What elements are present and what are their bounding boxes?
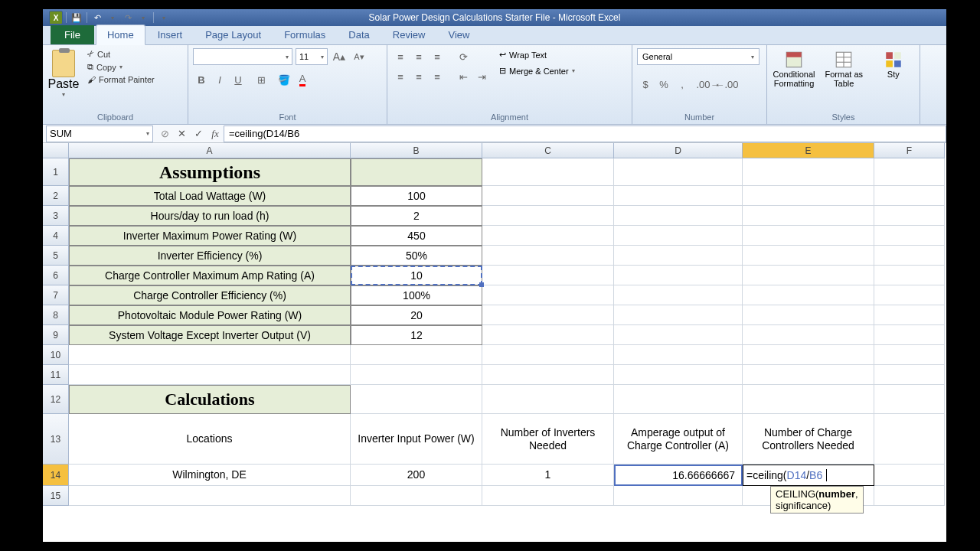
cell-C3[interactable] <box>482 206 614 226</box>
format-painter-button[interactable]: 🖌Format Painter <box>86 74 156 85</box>
align-bottom-icon[interactable]: ≡ <box>429 48 446 65</box>
cell-E8[interactable] <box>743 305 874 325</box>
align-center-icon[interactable]: ≡ <box>410 68 427 85</box>
loc-wilmington[interactable]: Wilmington, DE <box>69 465 351 486</box>
cell-C9[interactable] <box>482 325 614 345</box>
assumption-value-2[interactable]: 100 <box>351 186 482 206</box>
cell-E2[interactable] <box>743 186 874 206</box>
cell-E4[interactable] <box>743 226 874 246</box>
decrease-indent-icon[interactable]: ⇤ <box>455 68 472 85</box>
fill-color-button[interactable]: 🪣 <box>276 71 292 88</box>
grow-font-icon[interactable]: A▴ <box>331 48 348 65</box>
col-header-A[interactable]: A <box>69 143 351 158</box>
cell-A10[interactable] <box>69 345 351 365</box>
cell-B1[interactable] <box>351 158 482 186</box>
redo-dropdown-icon[interactable]: ▾ <box>136 11 150 24</box>
row-header-1[interactable]: 1 <box>43 158 69 186</box>
decrease-decimal-icon[interactable]: ←.00 <box>718 76 735 93</box>
borders-button[interactable]: ⊞ <box>253 71 270 88</box>
cell-F10[interactable] <box>874 345 945 365</box>
assumption-label-8[interactable]: Photovoltaic Module Power Rating (W) <box>69 305 351 325</box>
col-amperage[interactable]: Amperage output of Charge Controller (A) <box>614 414 743 465</box>
assumption-value-3[interactable]: 2 <box>351 206 482 226</box>
tab-page-layout[interactable]: Page Layout <box>194 25 272 44</box>
cell-F12[interactable] <box>874 385 945 414</box>
val-num-inverters[interactable]: 1 <box>482 465 614 486</box>
cell-B11[interactable] <box>351 365 482 385</box>
row-header-7[interactable]: 7 <box>43 285 69 305</box>
name-box[interactable]: SUM▾ <box>46 126 153 142</box>
row-header-6[interactable]: 6 <box>43 266 69 285</box>
cell-F5[interactable] <box>874 246 945 266</box>
underline-button[interactable]: U <box>230 71 247 88</box>
cell-C4[interactable] <box>482 226 614 246</box>
font-color-button[interactable]: A <box>294 71 311 88</box>
cell-styles-button[interactable]: Sty <box>872 48 916 80</box>
cell-E9[interactable] <box>743 325 874 345</box>
tab-formulas[interactable]: Formulas <box>273 25 336 44</box>
copy-button[interactable]: ⧉Copy▾ <box>86 61 156 73</box>
assumption-label-2[interactable]: Total Load Wattage (W) <box>69 186 351 206</box>
col-header-C[interactable]: C <box>482 143 614 158</box>
font-size-combo[interactable]: 11▾ <box>296 48 328 65</box>
cell-F15[interactable] <box>874 486 945 506</box>
assumption-value-5[interactable]: 50% <box>351 246 482 266</box>
row-header-5[interactable]: 5 <box>43 246 69 266</box>
cell-D4[interactable] <box>614 226 743 246</box>
col-header-F[interactable]: F <box>874 143 945 158</box>
assumption-value-4[interactable]: 450 <box>351 226 482 246</box>
assumption-value-8[interactable]: 20 <box>351 305 482 325</box>
cell-C15[interactable] <box>482 486 614 506</box>
cell-D1[interactable] <box>614 158 743 186</box>
cell-D12[interactable] <box>614 385 743 414</box>
assumption-label-7[interactable]: Charge Controller Efficiency (%) <box>69 285 351 305</box>
assumption-value-9[interactable]: 12 <box>351 325 482 345</box>
cell-C11[interactable] <box>482 365 614 385</box>
cell-E3[interactable] <box>743 206 874 226</box>
enter-check-icon[interactable]: ✓ <box>190 126 207 142</box>
align-left-icon[interactable]: ≡ <box>392 68 409 85</box>
assumption-value-7[interactable]: 100% <box>351 285 482 305</box>
assumption-label-4[interactable]: Inverter Maximum Power Rating (W) <box>69 226 351 246</box>
cell-D9[interactable] <box>614 325 743 345</box>
cell-C5[interactable] <box>482 246 614 266</box>
currency-icon[interactable]: $ <box>637 76 654 93</box>
tab-view[interactable]: View <box>437 25 480 44</box>
formula-input[interactable]: =ceiling(D14/B6 <box>224 126 946 142</box>
cell-F11[interactable] <box>874 365 945 385</box>
cell-E12[interactable] <box>743 385 874 414</box>
cut-button[interactable]: ✂Cut <box>86 48 156 60</box>
align-middle-icon[interactable]: ≡ <box>410 48 427 65</box>
cancel-formula-icon[interactable]: ⊘ <box>156 126 173 142</box>
cell-B12[interactable] <box>351 385 482 414</box>
bold-button[interactable]: B <box>193 71 210 88</box>
tab-insert[interactable]: Insert <box>147 25 194 44</box>
cell-E5[interactable] <box>743 246 874 266</box>
cell-F6[interactable] <box>874 266 945 285</box>
worksheet-grid[interactable]: ABCDEF 123456789101112131415 Assumptions… <box>43 143 946 541</box>
row-header-12[interactable]: 12 <box>43 385 69 414</box>
cell-D7[interactable] <box>614 285 743 305</box>
cell-F1[interactable] <box>874 158 945 186</box>
assumption-label-9[interactable]: System Voltage Except Inverter Output (V… <box>69 325 351 345</box>
cell-F2[interactable] <box>874 186 945 206</box>
cell-D5[interactable] <box>614 246 743 266</box>
tab-home[interactable]: Home <box>96 24 145 45</box>
row-header-14[interactable]: 14 <box>43 465 69 486</box>
cell-F4[interactable] <box>874 226 945 246</box>
italic-button[interactable]: I <box>211 71 228 88</box>
col-num-inverters[interactable]: Number of Inverters Needed <box>482 414 614 465</box>
assumption-value-6[interactable]: 10 <box>351 266 482 285</box>
qat-customize-icon[interactable]: ▾ <box>157 11 171 24</box>
cell-A15[interactable] <box>69 486 351 506</box>
col-header-E[interactable]: E <box>743 143 874 158</box>
save-icon[interactable]: 💾 <box>70 11 83 24</box>
undo-dropdown-icon[interactable]: ▾ <box>106 11 119 24</box>
orientation-icon[interactable]: ⟳ <box>455 48 472 65</box>
col-header-D[interactable]: D <box>614 143 743 158</box>
cell-editing[interactable]: =ceiling(D14/B6 <box>743 465 874 486</box>
row-header-10[interactable]: 10 <box>43 345 69 365</box>
assumption-label-6[interactable]: Charge Controller Maximum Amp Rating (A) <box>69 266 351 285</box>
align-right-icon[interactable]: ≡ <box>429 68 446 85</box>
assumptions-header[interactable]: Assumptions <box>69 158 351 186</box>
